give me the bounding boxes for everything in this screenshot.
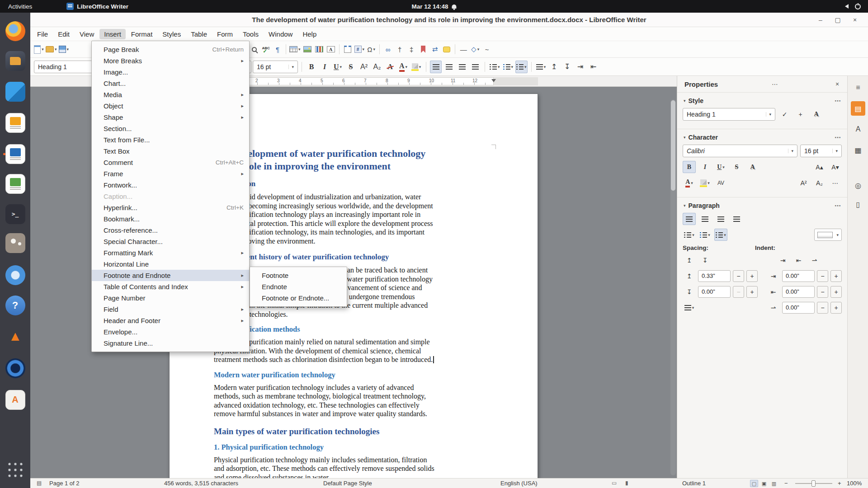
- zoom-slider-thumb[interactable]: [811, 480, 816, 487]
- navigator-tab[interactable]: ◎: [851, 178, 865, 192]
- increase-indent-button[interactable]: ⇥: [575, 61, 586, 73]
- dock-chromium[interactable]: [4, 263, 27, 286]
- insert-field-button[interactable]: #▾: [354, 43, 366, 56]
- section-options-icon[interactable]: ⋯: [835, 202, 841, 209]
- new-style-button[interactable]: +: [794, 108, 807, 121]
- insert-mode-icon[interactable]: ▮: [625, 480, 628, 486]
- dock-writer[interactable]: [4, 142, 27, 165]
- section-options-icon[interactable]: ⋯: [835, 134, 841, 141]
- chevron-down-icon[interactable]: ▾: [477, 47, 480, 52]
- dock-vscode[interactable]: [4, 80, 27, 103]
- dock-gimp[interactable]: [4, 231, 27, 254]
- zoom-slider[interactable]: [795, 483, 832, 484]
- dock-vlc[interactable]: ▲: [4, 324, 27, 347]
- insert-menu-item-more-breaks[interactable]: More Breaks▸: [92, 55, 249, 66]
- character-spacing-button[interactable]: AV: [714, 177, 727, 189]
- insert-menu-item-special-character[interactable]: Special Character...: [92, 236, 249, 247]
- insert-menu-item-caption[interactable]: Caption...: [92, 191, 249, 202]
- paragraph-section-header[interactable]: ▾ Paragraph ⋯: [683, 200, 842, 213]
- activities-button[interactable]: Activities: [0, 0, 40, 13]
- menubar-item-window[interactable]: Window: [264, 29, 297, 39]
- align-center-button[interactable]: [443, 61, 455, 73]
- align-right-button[interactable]: [456, 61, 468, 73]
- font-size-combo[interactable]: 16 pt ▾: [253, 61, 298, 73]
- chevron-down-icon[interactable]: ▾: [363, 47, 365, 52]
- chevron-down-icon[interactable]: ▾: [691, 181, 693, 185]
- insert-menu-item-footnote-and-endnote[interactable]: Footnote and Endnote▸: [92, 270, 249, 281]
- sidebar-strikethrough-button[interactable]: S: [730, 161, 743, 173]
- insert-hyperlink-button[interactable]: ∞: [382, 43, 394, 56]
- above-spacing-field[interactable]: 0.33”: [698, 270, 731, 282]
- insert-menu-item-page-break[interactable]: Page BreakCtrl+Return: [92, 44, 249, 55]
- chevron-down-icon[interactable]: ▾: [708, 181, 710, 185]
- chevron-down-icon[interactable]: ▾: [692, 305, 694, 310]
- submenu-item-endnote[interactable]: Endnote: [250, 281, 347, 292]
- sidebar-font-color-button[interactable]: A▾: [683, 177, 696, 189]
- page-style-status[interactable]: Default Page Style: [323, 480, 372, 487]
- increase-paragraph-spacing-button[interactable]: ↥: [548, 61, 560, 73]
- line-spacing-dropdown-button[interactable]: ▾: [683, 301, 696, 314]
- insert-menu-item-page-number[interactable]: Page Number: [92, 292, 249, 304]
- sidebar-align-right-button[interactable]: [714, 213, 727, 225]
- clear-formatting-button[interactable]: A: [384, 61, 396, 73]
- chevron-down-icon[interactable]: ▾: [511, 65, 514, 69]
- character-dialog-button[interactable]: ⋯: [829, 177, 842, 189]
- save-button[interactable]: ▾: [58, 43, 70, 56]
- insert-crossref-button[interactable]: ⇄: [429, 43, 441, 56]
- chevron-down-icon[interactable]: ▾: [544, 65, 546, 69]
- multi-page-view-button[interactable]: ▣: [760, 480, 768, 487]
- strikethrough-button[interactable]: S: [345, 61, 357, 73]
- insert-footnote-button[interactable]: †: [394, 43, 406, 56]
- freeform-line-button[interactable]: ~: [481, 43, 493, 56]
- character-section-header[interactable]: ▾ Character ⋯: [683, 132, 842, 145]
- insert-special-character-button[interactable]: Ω▾: [365, 43, 377, 56]
- insert-menu-item-signature-line[interactable]: Signature Line...: [92, 338, 249, 349]
- menubar-item-table[interactable]: Table: [186, 29, 212, 39]
- new-document-button[interactable]: ▾: [33, 43, 45, 56]
- sidebar-align-center-button[interactable]: [698, 213, 712, 225]
- insert-chart-button[interactable]: [313, 43, 325, 56]
- submenu-item-footnote[interactable]: Footnote: [250, 270, 347, 281]
- menubar-item-edit[interactable]: Edit: [53, 29, 74, 39]
- menubar-item-help[interactable]: Help: [298, 29, 321, 39]
- chevron-down-icon[interactable]: ▾: [836, 233, 839, 237]
- close-button[interactable]: ×: [850, 15, 860, 25]
- chevron-down-icon[interactable]: ▾: [42, 47, 44, 52]
- focused-app-menu[interactable]: LibreOffice Writer: [66, 3, 128, 10]
- sidebar-style-combo[interactable]: Heading 1 ▾: [683, 108, 775, 121]
- basic-shapes-button[interactable]: ◇▾: [469, 43, 481, 56]
- sidebar-font-size-combo[interactable]: 16 pt ▾: [800, 145, 842, 157]
- insert-table-button[interactable]: ▾: [288, 43, 302, 56]
- submenu-item-footnote-or-endnote[interactable]: Footnote or Endnote...: [250, 292, 347, 304]
- italic-button[interactable]: I: [319, 61, 330, 73]
- word-count-status[interactable]: 456 words, 3,515 characters: [164, 480, 238, 487]
- insert-menu-item-horizontal-line[interactable]: Horizontal Line: [92, 258, 249, 270]
- insert-menu-item-envelope[interactable]: Envelope...: [92, 326, 249, 338]
- dock-terminal[interactable]: >_: [4, 202, 27, 225]
- sidebar-unordered-list-button[interactable]: ▾: [683, 229, 696, 241]
- clone-formatting-button[interactable]: A: [810, 108, 823, 121]
- decrease-indent-button[interactable]: ⇤: [588, 61, 599, 73]
- sidebar-ordered-list-button[interactable]: ▾: [698, 229, 712, 241]
- insert-menu-item-fontwork[interactable]: Fontwork...: [92, 179, 249, 191]
- before-indent-increase-button[interactable]: +: [830, 270, 842, 282]
- insert-menu-item-chart[interactable]: Chart...: [92, 78, 249, 89]
- insert-textbox-button[interactable]: A: [325, 43, 337, 56]
- insert-menu-item-frame[interactable]: Frame▸: [92, 168, 249, 179]
- formatting-marks-button[interactable]: ¶: [272, 43, 283, 56]
- document-modified-icon[interactable]: ▤: [37, 480, 42, 486]
- decrease-font-size-button[interactable]: A▾: [829, 161, 842, 173]
- first-line-indent-button[interactable]: ⇀: [808, 254, 821, 266]
- book-view-button[interactable]: ▥: [770, 480, 778, 487]
- increase-indent-button[interactable]: ⇥: [776, 254, 789, 266]
- outline-status[interactable]: Outline 1: [682, 480, 706, 487]
- unordered-list-button[interactable]: ▾: [489, 61, 501, 73]
- insert-comment-button[interactable]: [441, 43, 453, 56]
- dock-firefox[interactable]: [4, 19, 27, 42]
- chevron-down-icon[interactable]: ▾: [67, 47, 69, 52]
- insert-menu-item-image[interactable]: Image...: [92, 66, 249, 78]
- insert-menu-item-hyperlink[interactable]: Hyperlink...Ctrl+K: [92, 202, 249, 213]
- dock-calc[interactable]: [4, 172, 27, 195]
- minimize-button[interactable]: –: [816, 15, 826, 25]
- sidebar-bold-button[interactable]: B: [683, 161, 696, 173]
